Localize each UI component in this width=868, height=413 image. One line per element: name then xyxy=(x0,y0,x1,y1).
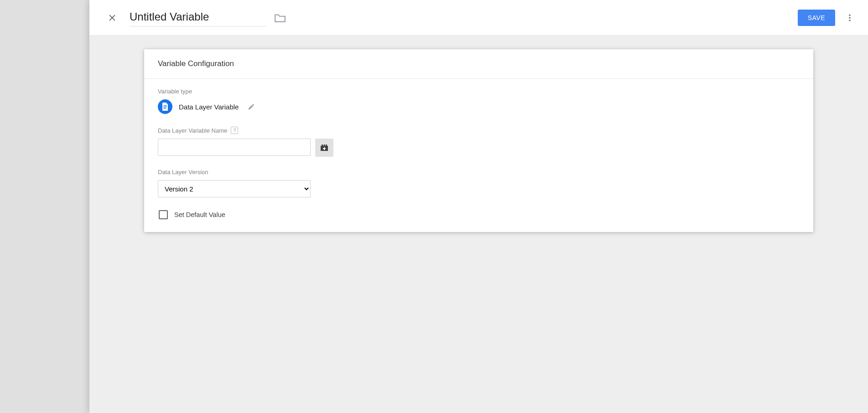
help-icon[interactable]: ? xyxy=(231,127,238,134)
svg-rect-13 xyxy=(323,148,326,149)
svg-rect-7 xyxy=(164,108,166,109)
svg-point-4 xyxy=(849,20,850,21)
more-menu-button[interactable] xyxy=(841,9,859,27)
variable-type-row[interactable]: Data Layer Variable xyxy=(158,99,800,114)
card-title: Variable Configuration xyxy=(144,49,813,79)
default-value-row: Set Default Value xyxy=(158,210,800,219)
svg-rect-9 xyxy=(322,145,323,146)
variable-type-label: Variable type xyxy=(158,88,800,95)
data-layer-icon xyxy=(158,99,172,114)
brick-plus-icon xyxy=(320,144,329,152)
variable-editor-overlay: SAVE Variable Configuration Variable typ… xyxy=(89,0,868,413)
svg-point-2 xyxy=(849,14,850,15)
name-input-row xyxy=(158,139,800,157)
title-wrap xyxy=(130,9,286,26)
default-value-checkbox[interactable] xyxy=(159,210,168,219)
close-button[interactable] xyxy=(103,9,121,27)
folder-icon[interactable] xyxy=(274,13,286,23)
close-icon xyxy=(108,13,117,22)
pencil-icon[interactable] xyxy=(248,103,255,110)
svg-rect-10 xyxy=(324,145,325,146)
variable-title-input[interactable] xyxy=(130,9,266,26)
svg-rect-5 xyxy=(164,105,167,106)
insert-variable-button[interactable] xyxy=(315,139,333,157)
card-body: Variable type Data Layer Variable xyxy=(144,79,813,232)
svg-point-3 xyxy=(849,17,850,18)
content-area: Variable Configuration Variable type Dat… xyxy=(89,36,868,246)
name-label-row: Data Layer Variable Name ? xyxy=(158,127,800,134)
editor-header: SAVE xyxy=(89,0,868,36)
version-select[interactable]: Version 2 xyxy=(158,180,311,197)
more-vert-icon xyxy=(845,13,854,22)
version-label: Data Layer Version xyxy=(158,169,800,176)
svg-rect-6 xyxy=(164,107,167,108)
variable-type-name: Data Layer Variable xyxy=(179,103,239,111)
variable-name-input[interactable] xyxy=(158,139,311,156)
variable-name-label: Data Layer Variable Name xyxy=(158,127,227,134)
default-value-label: Set Default Value xyxy=(174,211,225,218)
svg-rect-11 xyxy=(326,145,327,146)
variable-config-card: Variable Configuration Variable type Dat… xyxy=(144,49,813,232)
save-button[interactable]: SAVE xyxy=(798,10,835,26)
